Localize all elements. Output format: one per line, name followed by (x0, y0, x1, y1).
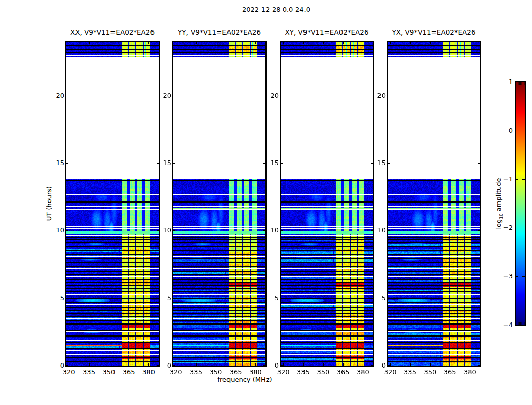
y-tick-label: 10 (261, 226, 279, 234)
x-tick-label: 320 (272, 368, 294, 376)
panel-title-YY: YY, V9*V11=EA02*EA26 (168, 28, 271, 36)
panel-title-YX: YX, V9*V11=EA02*EA26 (383, 28, 485, 36)
x-tick-label: 335 (292, 368, 315, 376)
x-tick-label: 380 (137, 368, 160, 376)
y-tick-label: 5 (154, 294, 171, 302)
colorbar-label-post: amplitude (495, 178, 502, 213)
panel-title-XX: XX, V9*V11=EA02*EA26 (61, 28, 164, 36)
y-tick-label: 15 (47, 159, 64, 167)
x-tick-label: 365 (332, 368, 354, 376)
y-tick-label: 10 (154, 226, 171, 234)
colorbar-tick-label: −2 (496, 224, 513, 231)
y-tick-label: 10 (368, 226, 386, 234)
colorbar-tick-label: 1 (496, 78, 513, 86)
y-tick-label: 20 (368, 92, 386, 99)
colorbar-tick-label: −4 (496, 321, 513, 329)
x-tick-label: 335 (78, 368, 100, 376)
y-tick-label: 5 (368, 294, 386, 302)
colorbar-end-dots (516, 329, 525, 329)
colorbar-tick-label: 0 (496, 127, 513, 134)
x-tick-label: 320 (165, 368, 187, 376)
colorbar-label-sub: 10 (499, 213, 504, 219)
x-axis-label: frequency (MHz) (194, 376, 295, 383)
x-tick-label: 350 (312, 368, 334, 376)
colorbar (515, 81, 526, 326)
spectrogram-panel-YX (387, 40, 481, 367)
x-tick-label: 380 (244, 368, 267, 376)
y-tick-label: 15 (154, 159, 171, 167)
x-tick-label: 335 (399, 368, 422, 376)
x-tick-label: 380 (352, 368, 374, 376)
x-tick-label: 365 (224, 368, 247, 376)
spectrogram-panel-XX (65, 40, 160, 367)
x-tick-label: 350 (419, 368, 441, 376)
figure-title: 2022-12-28 0.0-24.0 (20, 6, 532, 13)
y-tick-label: 15 (261, 159, 279, 167)
y-tick-label: 10 (47, 226, 64, 234)
y-tick-label: 20 (154, 92, 171, 99)
x-tick-label: 365 (439, 368, 461, 376)
x-tick-label: 320 (379, 368, 401, 376)
spectrogram-figure: 2022-12-28 0.0-24.0 UT (hours) frequency… (0, 0, 532, 405)
y-tick-label: 15 (368, 159, 386, 167)
y-tick-label: 20 (47, 92, 64, 99)
spectrogram-panel-YY (172, 40, 267, 367)
colorbar-tick-label: −1 (496, 175, 513, 183)
y-tick-label: 5 (261, 294, 279, 302)
spectrogram-panel-XY (280, 40, 374, 367)
y-tick-label: 20 (261, 92, 279, 99)
panel-title-XY: XY, V9*V11=EA02*EA26 (276, 28, 378, 36)
x-tick-label: 380 (459, 368, 481, 376)
x-tick-label: 350 (98, 368, 120, 376)
x-tick-label: 350 (205, 368, 227, 376)
y-tick-label: 5 (47, 294, 64, 302)
x-tick-label: 335 (185, 368, 207, 376)
x-tick-label: 320 (58, 368, 80, 376)
x-tick-label: 365 (118, 368, 140, 376)
colorbar-tick-label: −3 (496, 272, 513, 280)
